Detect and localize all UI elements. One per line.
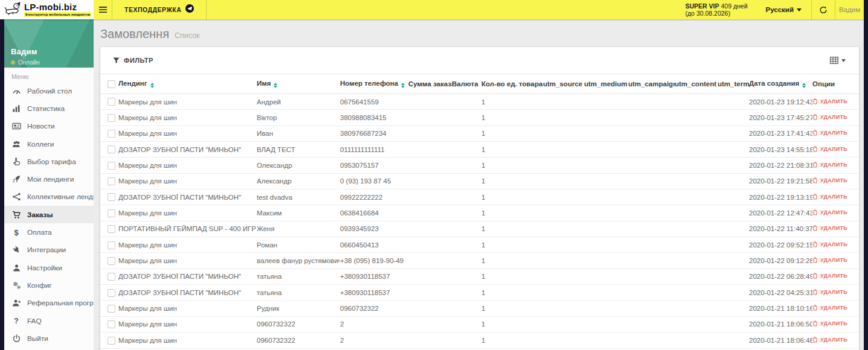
column-header[interactable]: Номер телефона bbox=[340, 74, 408, 94]
main-content: Замовлення Список ФИЛЬТР ЛендингИмяНомер… bbox=[94, 19, 864, 350]
cell-options: УДАЛИТЬ bbox=[812, 221, 859, 237]
refresh-button[interactable] bbox=[812, 0, 835, 19]
column-header-label: Дата создания bbox=[749, 80, 799, 87]
delete-button[interactable]: УДАЛИТЬ bbox=[812, 146, 847, 152]
sidebar-item[interactable]: Рабочий стол bbox=[4, 82, 94, 100]
row-checkbox[interactable] bbox=[108, 145, 115, 153]
row-checkbox[interactable] bbox=[108, 209, 115, 217]
sort-icon[interactable] bbox=[150, 83, 154, 89]
delete-button[interactable]: УДАЛИТЬ bbox=[812, 194, 847, 200]
cell-utm-campaign bbox=[628, 237, 675, 253]
column-header-label: Имя bbox=[257, 80, 271, 87]
cell-checkbox bbox=[100, 173, 118, 189]
delete-button[interactable]: УДАЛИТЬ bbox=[812, 257, 847, 263]
delete-button[interactable]: УДАЛИТЬ bbox=[812, 98, 847, 104]
cell-created: 2020-01-22 09:12:28 bbox=[749, 253, 812, 269]
table-row: Маркеры для шинМаксим063841668412020-01-… bbox=[100, 205, 859, 221]
sidebar-item[interactable]: Мои лендинги bbox=[4, 170, 94, 188]
column-header: Валюта bbox=[452, 74, 481, 94]
topbar-divider bbox=[206, 0, 207, 19]
select-all-checkbox[interactable] bbox=[108, 80, 115, 88]
sidebar-item[interactable]: Коллеги bbox=[4, 135, 94, 153]
cell-order-sum bbox=[408, 253, 452, 269]
cell-name: Андрей bbox=[257, 94, 340, 110]
logout-icon bbox=[11, 334, 21, 343]
row-checkbox[interactable] bbox=[108, 98, 115, 106]
columns-toggle-button[interactable] bbox=[830, 57, 846, 64]
delete-button[interactable]: УДАЛИТЬ bbox=[812, 273, 847, 279]
filter-button[interactable]: ФИЛЬТР bbox=[113, 57, 153, 64]
sidebar-item[interactable]: Настройки bbox=[4, 259, 94, 276]
row-checkbox[interactable] bbox=[108, 273, 115, 281]
delete-button[interactable]: УДАЛИТЬ bbox=[812, 177, 847, 183]
delete-button[interactable]: УДАЛИТЬ bbox=[812, 225, 847, 231]
sort-icon[interactable] bbox=[802, 83, 806, 89]
cell-options: УДАЛИТЬ bbox=[812, 316, 859, 332]
delete-button[interactable]: УДАЛИТЬ bbox=[812, 114, 847, 120]
column-header[interactable]: Дата создания bbox=[749, 74, 812, 94]
column-header-label: utm_source bbox=[543, 80, 582, 88]
row-checkbox[interactable] bbox=[108, 114, 115, 122]
sidebar-item[interactable]: Выйти bbox=[4, 329, 94, 347]
row-checkbox[interactable] bbox=[108, 320, 115, 328]
column-header[interactable]: Лендинг bbox=[118, 74, 257, 94]
filter-icon bbox=[113, 57, 120, 64]
language-selector[interactable]: Русский bbox=[756, 0, 811, 19]
delete-button[interactable]: УДАЛИТЬ bbox=[812, 289, 847, 295]
delete-button[interactable]: УДАЛИТЬ bbox=[812, 241, 847, 247]
cell-name: Иван bbox=[257, 126, 340, 141]
cell-utm-content bbox=[675, 205, 718, 221]
delete-button[interactable]: УДАЛИТЬ bbox=[812, 305, 847, 311]
column-header-label: utm_campaign bbox=[628, 80, 675, 88]
sidebar-item[interactable]: Заказы bbox=[4, 206, 94, 223]
delete-button[interactable]: УДАЛИТЬ bbox=[812, 162, 847, 168]
sidebar-item-label: Мои лендинги bbox=[27, 175, 74, 183]
sidebar-item[interactable]: Конфиг bbox=[4, 276, 94, 294]
hamburger-menu-button[interactable] bbox=[94, 0, 112, 19]
topbar-username[interactable]: Вадим bbox=[835, 0, 864, 19]
sidebar-item[interactable]: ?FAQ bbox=[4, 312, 94, 329]
sort-icon[interactable] bbox=[401, 83, 405, 89]
delete-button[interactable]: УДАЛИТЬ bbox=[812, 209, 847, 215]
cell-phone: 380976687234 bbox=[340, 126, 408, 141]
cell-qty: 1 bbox=[481, 189, 543, 205]
sidebar-item-label: Реферальная программа bbox=[27, 299, 94, 307]
cell-utm-content bbox=[675, 237, 718, 253]
right-scrollbar[interactable] bbox=[864, 0, 868, 350]
brand-name: LP-mobi.biz bbox=[24, 2, 91, 12]
brand-logo[interactable]: LP-mobi.biz Конструктор мобильных лендин… bbox=[0, 0, 94, 19]
sidebar-item[interactable]: Реферальная программа bbox=[4, 294, 94, 312]
left-scrollbar[interactable] bbox=[0, 19, 4, 350]
sidebar-item[interactable]: $Оплата bbox=[4, 223, 94, 241]
cell-landing: ДОЗАТОР ЗУБНОЇ ПАСТИ "МИНЬОН" bbox=[118, 269, 257, 284]
row-checkbox[interactable] bbox=[108, 305, 115, 313]
row-checkbox[interactable] bbox=[108, 130, 115, 138]
row-checkbox[interactable] bbox=[108, 193, 115, 201]
sidebar-item[interactable]: Интеграции bbox=[4, 241, 94, 259]
sidebar-item[interactable]: Коллективные лендинги bbox=[4, 188, 94, 206]
delete-button[interactable]: УДАЛИТЬ bbox=[812, 337, 847, 343]
delete-button[interactable]: УДАЛИТЬ bbox=[812, 320, 847, 326]
cell-currency bbox=[452, 316, 481, 332]
sort-icon[interactable] bbox=[274, 83, 277, 89]
sidebar-item[interactable]: Выбор тарифа bbox=[4, 153, 94, 170]
cell-landing: ДОЗАТОР ЗУБНОЇ ПАСТИ "МИНЬОН" bbox=[118, 285, 257, 301]
row-checkbox[interactable] bbox=[108, 257, 115, 265]
row-checkbox[interactable] bbox=[108, 225, 115, 233]
cell-name: ВЛАД ТЕСТ bbox=[257, 142, 340, 158]
row-checkbox[interactable] bbox=[108, 337, 115, 345]
row-checkbox[interactable] bbox=[108, 241, 115, 249]
column-header: Кол-во ед. товара bbox=[481, 74, 543, 94]
support-button[interactable]: ТЕХПОДДЕРЖКА bbox=[112, 0, 206, 19]
cell-name: татьяна bbox=[257, 285, 340, 301]
cell-qty: 1 bbox=[481, 332, 543, 348]
column-header[interactable]: Имя bbox=[257, 74, 340, 94]
delete-button[interactable]: УДАЛИТЬ bbox=[812, 130, 847, 136]
sidebar-item[interactable]: Новости bbox=[4, 118, 94, 135]
row-checkbox[interactable] bbox=[108, 177, 115, 185]
sidebar-item[interactable]: Статистика bbox=[4, 100, 94, 117]
table-grid-icon bbox=[830, 57, 838, 64]
row-checkbox[interactable] bbox=[108, 162, 115, 170]
cell-utm-medium bbox=[584, 94, 628, 110]
row-checkbox[interactable] bbox=[108, 289, 115, 297]
